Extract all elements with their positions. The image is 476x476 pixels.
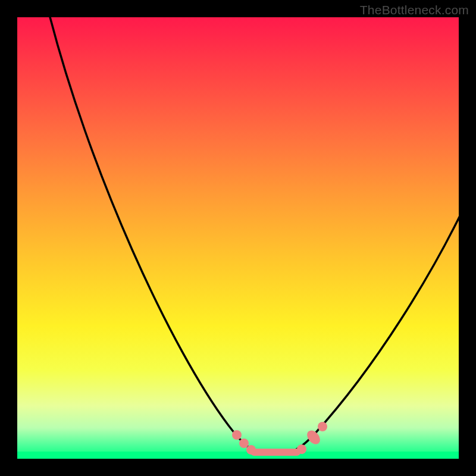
- marker-dot: [246, 445, 256, 455]
- plot-area: [17, 17, 459, 459]
- marker-dot: [232, 430, 242, 440]
- marker-dot: [305, 428, 323, 446]
- marker-dot: [318, 422, 327, 431]
- bottleneck-curve: [47, 17, 459, 453]
- chart-svg: [17, 17, 459, 459]
- attribution-text: TheBottleneck.com: [360, 3, 469, 17]
- marker-dot: [297, 444, 306, 454]
- marker-dot: [239, 439, 249, 448]
